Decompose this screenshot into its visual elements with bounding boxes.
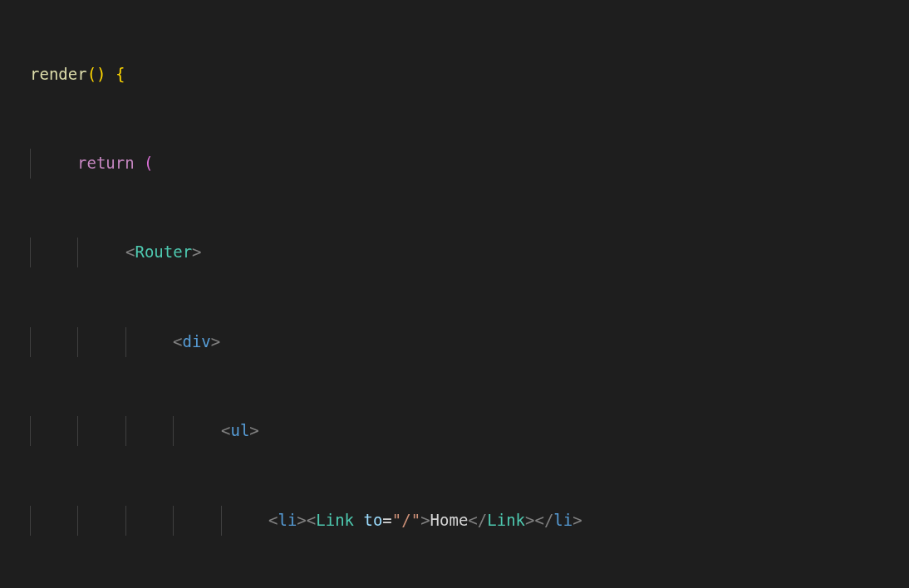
token-paren: ()	[87, 60, 106, 90]
code-line[interactable]: <ul>	[0, 416, 909, 446]
token-element: div	[182, 327, 210, 357]
code-line[interactable]: return (	[0, 149, 909, 179]
token-keyword: return	[77, 149, 135, 179]
code-line[interactable]: render() {	[0, 59, 909, 89]
code-editor[interactable]: render() { return ( <Router> <div> <ul> …	[0, 0, 909, 588]
token-text: Home	[430, 506, 469, 536]
code-line[interactable]: <li><Link to="/">Home</Link></li>	[0, 506, 909, 536]
code-line[interactable]: <Router>	[0, 238, 909, 267]
token-paren: (	[144, 149, 153, 179]
token-brace: {	[115, 60, 125, 90]
token-element: ul	[230, 416, 249, 446]
token-component: Router	[135, 238, 192, 267]
token-function: render	[30, 60, 87, 90]
code-line[interactable]: <div>	[0, 327, 909, 357]
